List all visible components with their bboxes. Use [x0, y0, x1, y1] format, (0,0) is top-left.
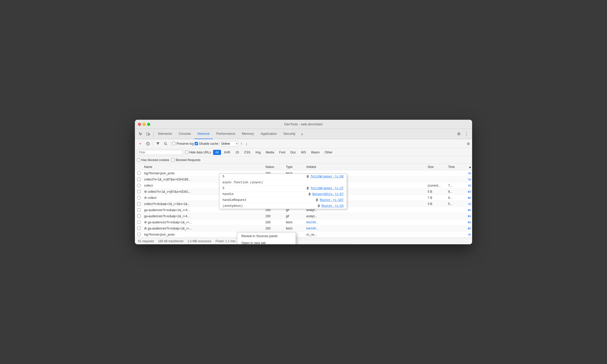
row-size-3: (current...	[426, 184, 447, 187]
type-btn-ws[interactable]: WS	[299, 150, 308, 155]
cs-func-6: (anonymous)	[223, 204, 243, 208]
throttle-select[interactable]: Online Fast 3G Slow 3G Offline	[219, 141, 238, 146]
minimize-button[interactable]	[143, 123, 146, 126]
col-initiator[interactable]: Initiator	[305, 165, 426, 169]
upload-icon[interactable]: ↑	[239, 141, 243, 147]
has-blocked-cookies-label[interactable]: Has blocked cookies	[137, 158, 169, 162]
svg-rect-0	[147, 133, 149, 135]
row-checkbox-1[interactable]	[135, 172, 143, 175]
cs-row-2: async function (async)	[219, 180, 347, 186]
svg-point-4	[164, 142, 166, 144]
row-checkbox-9[interactable]	[135, 221, 143, 224]
blocked-requests-label[interactable]: Blocked Requests	[171, 158, 201, 162]
status-bar: 51 requests 160 kB transferred 1.0 MB re…	[135, 238, 472, 244]
row-name-10: ⚙ ga-audiences?t=sr&aip=1&_r=...	[143, 227, 264, 230]
preserve-log-checkbox[interactable]	[172, 142, 176, 145]
status-resources: 1.0 MB resources	[187, 239, 211, 243]
close-button[interactable]	[138, 123, 141, 126]
context-menu: Reveal in Sources panel Open in new tab …	[237, 232, 296, 244]
col-name[interactable]: Name	[143, 165, 264, 169]
row-status-9: 200	[264, 221, 284, 224]
cs-link-5[interactable]: Router.js:187	[320, 198, 344, 202]
type-btn-js[interactable]: JS	[233, 150, 241, 155]
more-tabs-button[interactable]: »	[299, 132, 305, 136]
network-toolbar: ● Preserve	[135, 139, 472, 148]
tab-performance[interactable]: Performance	[213, 129, 238, 139]
cs-link-4[interactable]: NetworkOnly.js:67	[312, 192, 344, 196]
tab-application[interactable]: Application	[258, 129, 280, 139]
col-size[interactable]: Size	[426, 165, 447, 169]
col-status[interactable]: Status	[264, 165, 284, 169]
settings-gear-icon[interactable]: ⚙	[455, 130, 462, 138]
row-size-6: 3 B	[426, 202, 447, 206]
tab-security[interactable]: Security	[281, 129, 299, 139]
row-checkbox-7[interactable]	[135, 208, 143, 212]
filter-icon[interactable]	[155, 140, 161, 147]
cursor-icon[interactable]	[137, 130, 144, 138]
maximize-button[interactable]	[147, 123, 150, 126]
devtools-window: DevTools - web.dev/vitals/ Elements Cons…	[135, 120, 472, 244]
col-time[interactable]: Time	[447, 165, 467, 169]
ctx-reveal-sources[interactable]: Reveal in Sources panel	[237, 233, 296, 239]
clear-button[interactable]	[145, 140, 151, 147]
row-initiator-8: analyt...	[305, 214, 426, 218]
table-row[interactable]: ⚙ ga-audiences?t=sr&aip=1&_r=... 200 fet…	[135, 219, 472, 225]
tab-console[interactable]: Console	[176, 129, 194, 139]
cs-link-1[interactable]: fetchWrapper.js:98	[310, 175, 344, 178]
row-waterfall-8	[467, 215, 472, 217]
type-btn-img[interactable]: Img	[253, 150, 263, 155]
cs-row-1: S @ fetchWrapper.js:98	[219, 174, 347, 180]
row-checkbox-2[interactable]	[135, 178, 143, 181]
cs-func-2: async function (async)	[223, 181, 263, 184]
row-checkbox-10[interactable]	[135, 227, 143, 230]
blocked-requests-checkbox[interactable]	[171, 158, 175, 162]
row-waterfall-7	[467, 209, 472, 211]
tab-elements[interactable]: Elements	[155, 129, 175, 139]
type-btn-font[interactable]: Font	[277, 150, 288, 155]
preserve-log-label[interactable]: Preserve log	[172, 142, 194, 145]
type-btn-doc[interactable]: Doc	[288, 150, 298, 155]
table-row[interactable]: ga-audiences?t=sr&aip=1&_r=4... 200 gif …	[135, 213, 472, 219]
row-waterfall-10	[467, 227, 472, 229]
row-checkbox-6[interactable]	[135, 202, 143, 205]
type-btn-other[interactable]: Other	[322, 150, 335, 155]
table-row[interactable]: ⚙ ga-audiences?t=sr&aip=1&_r=... 200 fet…	[135, 225, 472, 232]
row-checkbox-5[interactable]	[135, 196, 143, 199]
row-checkbox-8[interactable]	[135, 214, 143, 218]
row-time-4: 9...	[447, 190, 467, 193]
hide-data-urls-label[interactable]: Hide data URLs	[185, 151, 211, 154]
record-button[interactable]: ●	[137, 140, 144, 147]
network-settings-icon[interactable]: ⚙	[467, 142, 470, 146]
more-options-icon[interactable]: ⋮	[463, 130, 470, 138]
filter-input[interactable]	[139, 151, 181, 154]
type-btn-media[interactable]: Media	[263, 150, 276, 155]
table-row[interactable]: log?format=json_proto 200 fetch cc_se...	[135, 232, 472, 238]
search-icon[interactable]	[162, 140, 169, 147]
row-checkbox-11[interactable]	[135, 233, 143, 236]
cs-link-3[interactable]: fetchWrapper.js:37	[310, 187, 344, 190]
tab-network[interactable]: Network	[194, 129, 213, 139]
type-btn-all[interactable]: All	[213, 150, 221, 155]
row-waterfall-1	[467, 172, 472, 174]
cs-row-4: handle @ NetworkOnly.js:67	[219, 191, 347, 197]
cs-link-6[interactable]: Router.js:54	[322, 204, 344, 208]
ctx-open-new-tab[interactable]: Open in new tab	[237, 239, 296, 244]
tab-memory[interactable]: Memory	[239, 129, 257, 139]
row-checkbox-4[interactable]	[135, 190, 143, 193]
row-type-9: fetch	[284, 221, 305, 224]
device-toolbar-icon[interactable]	[145, 130, 152, 138]
row-initiator-9: fetchW...	[305, 221, 426, 224]
cs-at-4: @ NetworkOnly.js:67	[309, 192, 344, 196]
has-blocked-cookies-checkbox[interactable]	[137, 158, 140, 162]
col-waterfall[interactable]: ▲	[467, 165, 472, 169]
disable-cache-label[interactable]: Disable cache	[195, 142, 218, 145]
disable-cache-checkbox[interactable]	[195, 142, 198, 145]
type-btn-xhr[interactable]: XHR	[221, 150, 232, 155]
col-type[interactable]: Type	[284, 165, 305, 169]
download-icon[interactable]: ↓	[244, 141, 249, 147]
cs-func-4: handle	[223, 192, 234, 196]
type-btn-wasm[interactable]: Wasm	[309, 150, 322, 155]
row-checkbox-3[interactable]	[135, 184, 143, 187]
hide-data-urls-checkbox[interactable]	[185, 151, 188, 154]
type-btn-css[interactable]: CSS	[242, 150, 253, 155]
